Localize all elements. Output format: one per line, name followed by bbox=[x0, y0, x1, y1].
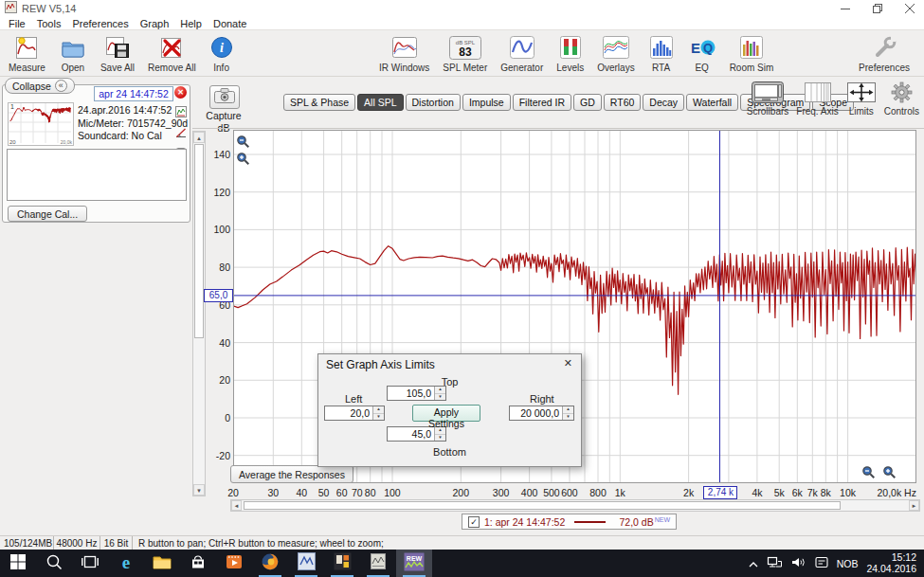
spinner-arrows-icon[interactable]: ▲▼ bbox=[372, 406, 384, 420]
tray-network-icon[interactable] bbox=[767, 555, 783, 572]
viewbtn-controls[interactable]: Controls bbox=[884, 80, 919, 117]
bottom-limit-label: Bottom bbox=[318, 446, 581, 458]
spinner-arrows-icon[interactable]: ▲▼ bbox=[562, 406, 573, 420]
tab-spl-phase[interactable]: SPL & Phase bbox=[283, 94, 355, 111]
tray-clock[interactable]: 15:12 24.04.2016 bbox=[866, 552, 916, 574]
taskbar-firefox-button[interactable] bbox=[252, 550, 288, 577]
status-bar: 105/124MB 48000 Hz 16 Bit R button to pa… bbox=[0, 535, 924, 550]
viewbtn-freq-axis[interactable]: Freq. Axis bbox=[796, 80, 838, 117]
tab-rt60[interactable]: RT60 bbox=[604, 94, 642, 111]
top-limit-value[interactable]: 105,0 bbox=[388, 387, 434, 400]
taskbar-app-blue-button[interactable] bbox=[288, 550, 324, 577]
store-icon bbox=[190, 553, 207, 574]
taskbar-file-explorer-button[interactable] bbox=[144, 550, 180, 577]
scroll-right-icon[interactable]: ► bbox=[909, 500, 919, 511]
cal-slope-icon[interactable] bbox=[175, 125, 187, 142]
average-responses-button[interactable]: Average the Responses bbox=[230, 465, 353, 483]
taskbar-task-view-button[interactable] bbox=[72, 550, 108, 577]
taskbar-store-button[interactable] bbox=[180, 550, 216, 577]
horizontal-scroll-thumb[interactable] bbox=[244, 501, 841, 510]
scroll-down-icon[interactable]: ▼ bbox=[193, 484, 205, 496]
capture-button[interactable] bbox=[209, 85, 240, 109]
measurement-graph-icon[interactable] bbox=[175, 104, 187, 121]
measurement-index: 1 bbox=[10, 103, 14, 110]
tab-waterfall[interactable]: Waterfall bbox=[686, 94, 738, 111]
app-blue-icon bbox=[298, 552, 316, 574]
vertical-scroll-thumb[interactable] bbox=[194, 144, 204, 338]
toolbar-room-sim-button[interactable]: Room Sim bbox=[723, 32, 781, 74]
x-tick-label: 2k bbox=[670, 487, 708, 498]
dialog-close-icon[interactable]: ✕ bbox=[564, 357, 572, 370]
remove-measurement-icon[interactable]: ✕ bbox=[174, 86, 187, 99]
toolbar-levels-button[interactable]: Levels bbox=[550, 32, 590, 74]
toolbar-spl-meter-button[interactable]: dB SPL83SPL Meter bbox=[436, 32, 494, 74]
menu-tools[interactable]: Tools bbox=[31, 18, 67, 29]
toolbar-save-all-button[interactable]: Save All bbox=[94, 32, 141, 74]
change-cal-button[interactable]: Change Cal... bbox=[8, 206, 87, 222]
scroll-left-icon[interactable]: ◄ bbox=[231, 500, 242, 511]
minimize-button[interactable] bbox=[841, 4, 850, 13]
menu-help[interactable]: Help bbox=[174, 18, 208, 29]
left-limit-value[interactable]: 20,0 bbox=[325, 406, 372, 420]
maximize-button[interactable] bbox=[873, 4, 882, 13]
toolbar-info-button[interactable]: iInfo bbox=[203, 32, 241, 74]
measurement-thumbnail[interactable]: 1 20 20,0k bbox=[8, 102, 74, 146]
toolbar-ir-windows-button[interactable]: IR Windows bbox=[372, 32, 436, 74]
taskbar-app-tiles-button[interactable] bbox=[324, 550, 360, 577]
apply-settings-button[interactable]: Apply Settings bbox=[412, 405, 480, 422]
spinner-arrows-icon[interactable]: ▲▼ bbox=[434, 387, 445, 400]
toolbar-overlays-button[interactable]: Overlays bbox=[590, 32, 641, 74]
close-button[interactable] bbox=[905, 4, 915, 13]
spinner-arrows-icon[interactable]: ▲▼ bbox=[434, 427, 445, 441]
toolbar-measure-button[interactable]: Measure bbox=[2, 32, 52, 74]
tray-action-center-icon[interactable] bbox=[815, 555, 828, 572]
tab-filtered-ir[interactable]: Filtered IR bbox=[513, 94, 571, 111]
toolbar-rta-button[interactable]: RTA bbox=[642, 32, 681, 74]
tab-impulse[interactable]: Impulse bbox=[462, 94, 511, 111]
room-sim-icon bbox=[738, 33, 765, 62]
menu-preferences[interactable]: Preferences bbox=[66, 18, 134, 29]
taskbar-search-button[interactable] bbox=[36, 550, 72, 577]
tray-chevron-up-icon[interactable] bbox=[749, 555, 758, 572]
legend-trace-name[interactable]: 1: apr 24 14:47:52 bbox=[484, 516, 565, 528]
toolbar-remove-all-button[interactable]: Remove All bbox=[141, 32, 203, 74]
tray-volume-icon[interactable] bbox=[791, 555, 806, 572]
collapse-button[interactable]: Collapse « bbox=[5, 78, 75, 94]
menu-file[interactable]: File bbox=[3, 18, 31, 29]
right-limit-value[interactable]: 20 000,0 bbox=[510, 406, 562, 420]
taskbar-edge-button[interactable]: e bbox=[108, 550, 144, 577]
vertical-scrollbar[interactable]: ▲ ▼ bbox=[192, 131, 206, 496]
horizontal-scrollbar[interactable]: ◄ ► bbox=[230, 499, 920, 512]
tab-distortion[interactable]: Distortion bbox=[406, 94, 461, 111]
zoom-in-x-icon[interactable] bbox=[882, 465, 897, 479]
taskbar-start-button[interactable] bbox=[0, 550, 36, 577]
tab-gd[interactable]: GD bbox=[573, 94, 602, 111]
viewbtn-scrollbars[interactable]: Scrollbars bbox=[747, 80, 788, 117]
zoom-in-y-icon[interactable] bbox=[236, 152, 250, 166]
measure-icon bbox=[12, 33, 41, 62]
menu-donate[interactable]: Donate bbox=[208, 18, 252, 29]
viewbtn-limits[interactable]: Limits bbox=[846, 80, 877, 117]
toolbar-preferences-button[interactable]: Preferences bbox=[852, 32, 916, 74]
toolbar-open-button[interactable]: Open bbox=[52, 32, 94, 74]
y-tick-label: 80 bbox=[206, 261, 230, 273]
tray-language[interactable]: NOB bbox=[837, 558, 859, 569]
toolbar-eq-button[interactable]: EQEQ bbox=[681, 32, 723, 74]
taskbar-films-tv-button[interactable] bbox=[216, 550, 252, 577]
tab-decay[interactable]: Decay bbox=[643, 94, 684, 111]
measurement-list[interactable] bbox=[7, 149, 187, 201]
right-limit-spinner[interactable]: 20 000,0▲▼ bbox=[509, 406, 574, 421]
scroll-up-icon[interactable]: ▲ bbox=[193, 132, 205, 143]
toolbar-generator-button[interactable]: Generator bbox=[494, 32, 550, 74]
taskbar-app-gray-button[interactable] bbox=[360, 550, 396, 577]
zoom-out-x-icon[interactable] bbox=[861, 465, 876, 479]
bottom-limit-value[interactable]: 45,0 bbox=[388, 427, 434, 441]
legend-checkbox[interactable]: ✓ bbox=[468, 516, 480, 528]
taskbar-rew-button[interactable]: REW bbox=[396, 550, 432, 577]
top-limit-spinner[interactable]: 105,0▲▼ bbox=[387, 386, 446, 401]
measurement-name-input[interactable]: apr 24 14:47:52 bbox=[94, 86, 173, 101]
tab-all-spl[interactable]: All SPL bbox=[357, 94, 403, 111]
left-limit-spinner[interactable]: 20,0▲▼ bbox=[324, 406, 385, 421]
menu-graph[interactable]: Graph bbox=[135, 18, 175, 29]
zoom-out-y-icon[interactable] bbox=[236, 135, 250, 149]
